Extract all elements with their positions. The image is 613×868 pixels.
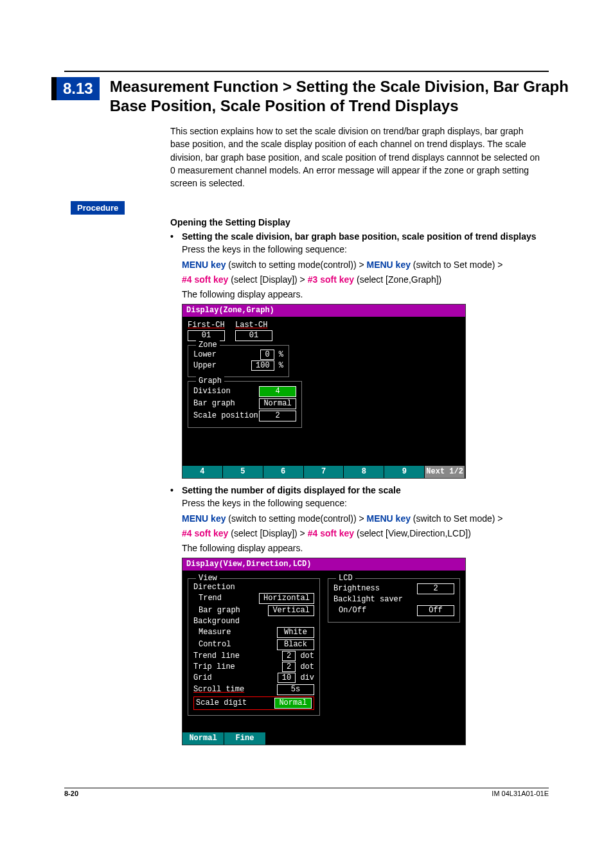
procedure-label: Procedure [71, 201, 125, 215]
trend-label: Trend [193, 594, 222, 603]
upper-label: Upper [193, 361, 217, 371]
bargraph-value[interactable]: Normal [259, 398, 296, 409]
brightness-label: Brightness [333, 584, 380, 594]
section-number: 8.13 [51, 77, 100, 100]
measure-label: Measure [193, 628, 231, 637]
view-group: View Direction TrendHorizontal Bar graph… [188, 578, 320, 716]
screen1-title: Display(Zone,Graph) [182, 305, 465, 317]
softkey-9[interactable]: 9 [384, 466, 425, 478]
key-sequence-2: MENU key (switch to setting mode(control… [182, 511, 543, 540]
scrolltime-label: Scroll time [193, 685, 244, 695]
device-screen-view-direction: Display(View,Direction,LCD) View Directi… [182, 558, 466, 745]
menu-key-2: MENU key [367, 260, 411, 270]
bullet1-text: Setting the scale division, bar graph ba… [182, 231, 543, 242]
first-ch-value[interactable]: 01 [188, 330, 225, 341]
softkey-4[interactable]: 4 [182, 466, 223, 478]
scaledigit-label: Scale digit [196, 698, 247, 708]
lower-value[interactable]: 0 [260, 350, 274, 360]
bargraph2-label: Bar graph [193, 606, 240, 616]
bullet2-text: Setting the number of digits displayed f… [182, 485, 543, 495]
background-label: Background [193, 617, 314, 626]
press-keys-text-2: Press the keys in the following sequence… [182, 497, 543, 510]
following-display-text: The following display appears. [182, 288, 543, 301]
bargraph-label: Bar graph [193, 399, 235, 409]
trendline-value[interactable]: 2 [282, 651, 296, 661]
control-label: Control [193, 640, 231, 650]
section-heading: 8.13 Measurement Function > Setting the … [51, 77, 574, 116]
softkey-8[interactable]: 8 [344, 466, 384, 478]
screen2-title: Display(View,Direction,LCD) [182, 558, 465, 571]
division-value[interactable]: 4 [259, 386, 296, 397]
section-title: Measurement Function > Setting the Scale… [110, 77, 574, 116]
zone-group: Zone Lower0 % Upper100 % [188, 345, 289, 377]
screen2-body: View Direction TrendHorizontal Bar graph… [182, 571, 465, 732]
onoff-value[interactable]: Off [417, 605, 454, 616]
menu-key-2: MENU key [367, 513, 411, 524]
softkey-fine[interactable]: Fine [224, 732, 266, 745]
last-ch-value[interactable]: 01 [235, 330, 272, 341]
scalepos-value[interactable]: 2 [259, 411, 296, 421]
softkey-5[interactable]: 5 [223, 466, 263, 478]
brightness-value[interactable]: 2 [417, 583, 454, 594]
control-value[interactable]: Black [277, 639, 314, 650]
press-keys-text: Press the keys in the following sequence… [182, 243, 543, 256]
intro-paragraph: This section explains how to set the sca… [170, 125, 543, 190]
trendline-label: Trend line [193, 651, 240, 661]
screen1-softkeys: 4 5 6 7 8 9 Next 1/2 [182, 466, 465, 478]
top-rule [64, 71, 549, 72]
key-sequence-1: MENU key (switch to setting mode(control… [182, 258, 543, 287]
trend-value[interactable]: Horizontal [259, 593, 314, 604]
soft-key-4: #4 soft key [182, 274, 228, 285]
soft-key-3: #3 soft key [308, 274, 354, 285]
measure-value[interactable]: White [277, 627, 314, 638]
graph-group: Graph Division4 Bar graphNormal Scale po… [188, 381, 302, 428]
last-ch-label: Last-CH [235, 321, 272, 330]
menu-key: MENU key [182, 260, 226, 270]
softkey-normal[interactable]: Normal [182, 732, 224, 745]
tripline-label: Trip line [193, 662, 235, 672]
soft-key-4: #4 soft key [182, 528, 228, 538]
document-page: 8.13 Measurement Function > Setting the … [0, 0, 613, 868]
graph-legend: Graph [196, 376, 224, 386]
bargraph2-value[interactable]: Vertical [268, 605, 314, 616]
lcd-legend: LCD [336, 574, 355, 583]
content-body: Opening the Setting Display • Setting th… [170, 217, 543, 745]
bullet-dot: • [170, 485, 182, 495]
division-label: Division [193, 387, 231, 396]
direction-label: Direction [193, 583, 314, 592]
tripline-value[interactable]: 2 [282, 662, 296, 672]
lower-label: Lower [193, 350, 217, 360]
device-screen-zone-graph: Display(Zone,Graph) First-CH 01 Last-CH … [182, 304, 466, 479]
first-ch-label: First-CH [188, 321, 225, 330]
zone-legend: Zone [196, 341, 220, 350]
grid-value[interactable]: 10 [278, 673, 296, 683]
screen2-softkeys: Normal Fine [182, 732, 465, 745]
bullet-dot: • [170, 231, 182, 242]
menu-key: MENU key [182, 513, 226, 524]
scalepos-label: Scale position [193, 411, 258, 421]
opening-heading: Opening the Setting Display [170, 217, 543, 227]
screen1-body: First-CH 01 Last-CH 01 Zone Lower0 % Upp… [182, 317, 465, 466]
softkey-6[interactable]: 6 [263, 466, 304, 478]
following-display-text-2: The following display appears. [182, 542, 543, 555]
page-number: 8-20 [64, 790, 78, 797]
doc-code: IM 04L31A01-01E [492, 790, 549, 797]
soft-key-4b: #4 soft key [308, 528, 354, 538]
scrolltime-value[interactable]: 5s [277, 684, 314, 695]
lcd-group: LCD Brightness2 Backlight saver On/OffOf… [328, 578, 460, 623]
upper-value[interactable]: 100 [251, 360, 274, 371]
softkey-next[interactable]: Next 1/2 [425, 466, 465, 478]
softkey-spacer [266, 732, 465, 745]
view-legend: View [196, 574, 220, 583]
softkey-7[interactable]: 7 [304, 466, 344, 478]
onoff-label: On/Off [333, 606, 366, 616]
scaledigit-value[interactable]: Normal [274, 698, 312, 709]
grid-label: Grid [193, 673, 212, 683]
backlight-label: Backlight saver [333, 595, 454, 605]
page-footer: 8-20 IM 04L31A01-01E [64, 788, 549, 797]
